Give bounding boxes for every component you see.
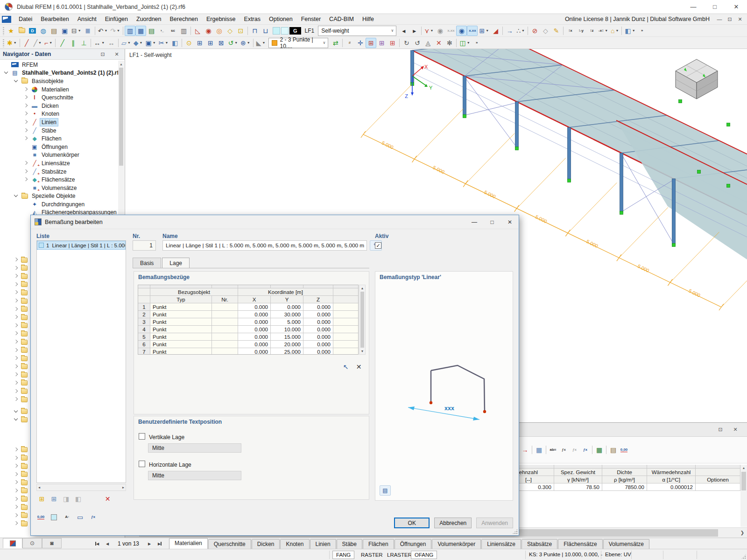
cell-y[interactable]: 5.000 <box>271 318 303 326</box>
chevron-right-icon[interactable] <box>23 177 29 182</box>
clear-rows-button[interactable]: ✕ <box>353 362 364 372</box>
values-off-button[interactable]: x.xx <box>445 26 456 36</box>
tree-item-rfem[interactable]: RFEM <box>0 61 118 69</box>
row-number[interactable]: 1 <box>138 303 150 311</box>
table-vscrollbar[interactable]: ▲ <box>740 465 747 527</box>
new-member-set-button[interactable]: ∥ <box>68 38 78 48</box>
list-import-button[interactable]: ◨ <box>61 494 71 504</box>
excel-export-button[interactable]: ▦ <box>594 445 605 455</box>
guideline-button[interactable]: ↺▼ <box>226 38 239 48</box>
print-button[interactable]: ⊟▼ <box>70 26 83 36</box>
cell-typ[interactable]: Punkt <box>150 333 212 341</box>
new-surface-button[interactable]: ▱▼ <box>120 38 132 48</box>
chevron-right-icon[interactable] <box>14 480 19 485</box>
chevron-right-icon[interactable] <box>14 521 19 526</box>
chevron-right-icon[interactable] <box>14 323 19 329</box>
navigator-data-tab[interactable] <box>3 538 22 548</box>
view-minus-y-button[interactable]: ↕-y <box>576 26 586 36</box>
console-button[interactable]: ›_ <box>157 26 168 36</box>
tree-item-linien[interactable]: ╱Linien <box>0 118 118 126</box>
preview-settings-button[interactable]: ▤ <box>380 485 391 496</box>
decimal-places-button[interactable]: 0,00 <box>35 512 46 522</box>
cell-y[interactable]: 30.000 <box>271 311 303 318</box>
references-table[interactable]: BezugsobjektKoordinate [m]TypNr.XYZ1Punk… <box>138 285 359 355</box>
panel-navigator-button[interactable]: ▥ <box>125 26 135 36</box>
nr-value-field[interactable]: 1 <box>133 240 156 251</box>
open-model-button[interactable] <box>16 26 27 36</box>
cell-y[interactable]: 25.000 <box>271 348 303 355</box>
scroll-left-icon[interactable]: ◂ <box>38 485 40 490</box>
scroll-thumb[interactable] <box>360 292 364 348</box>
tree-item-spezielle-objekte[interactable]: Spezielle Objekte <box>0 192 118 201</box>
table-view-button[interactable]: ▦ <box>534 445 544 455</box>
fx-view-button[interactable]: ƒx <box>580 445 591 455</box>
menu-datei[interactable]: Datei <box>14 14 36 24</box>
chevron-down-icon[interactable] <box>4 70 9 76</box>
new-model-button[interactable]: ★ <box>6 26 16 36</box>
new-line-button[interactable]: ╱ <box>21 38 32 48</box>
load-case-color-1[interactable] <box>273 27 280 35</box>
navigator-close-button[interactable]: ✕ <box>112 49 122 59</box>
row-number[interactable]: 7 <box>138 348 150 355</box>
new-cut-button[interactable]: ✂▼ <box>157 38 170 48</box>
tree-item-volumenk-rper[interactable]: ■Volumenkörper <box>0 151 118 160</box>
view-z-button[interactable]: ↕z <box>586 26 597 36</box>
scroll-up-icon[interactable]: ▲ <box>359 285 365 291</box>
cell-z[interactable]: 0.000 <box>303 303 333 311</box>
menu-fenster[interactable]: Fenster <box>297 14 325 24</box>
cell-z[interactable]: 0.000 <box>303 333 333 341</box>
cell-y[interactable]: 15.000 <box>271 333 303 341</box>
refs-table-scrollbar[interactable]: ▲ ▼ <box>359 285 366 355</box>
chevron-right-icon[interactable] <box>14 504 19 510</box>
ok-button[interactable]: OK <box>394 518 430 528</box>
dlubal-connect-button[interactable]: D <box>27 26 38 36</box>
table-tab-linienstze[interactable]: Liniensätze <box>481 539 521 549</box>
list-item-selected[interactable]: 1 Linear | Länge | Stil 1 | L : 5.000 m,… <box>37 241 126 250</box>
list-export-button[interactable]: ◧ <box>73 494 84 504</box>
table-display-button[interactable]: ▥ <box>178 26 189 36</box>
minimize-button[interactable]: — <box>683 0 704 14</box>
previous-record-button[interactable]: ◀ <box>103 539 112 548</box>
scroll-up-icon[interactable]: ▲ <box>118 61 124 67</box>
scroll-thumb[interactable] <box>119 68 123 166</box>
formula-settings-button[interactable]: ƒx <box>88 512 99 522</box>
menu-berechnen[interactable]: Berechnen <box>166 14 202 24</box>
save-data-button[interactable]: ▤ <box>49 26 59 36</box>
cell-z[interactable]: 0.000 <box>303 348 333 355</box>
chevron-down-icon[interactable] <box>14 193 19 199</box>
dialog-tab-basis[interactable]: Basis <box>133 258 161 268</box>
display-settings-button[interactable]: ✻ <box>444 38 455 48</box>
dialog-titlebar[interactable]: Bemaßung bearbeiten —□✕ <box>31 215 519 229</box>
cell-x[interactable]: 0.000 <box>238 303 271 311</box>
result-grid-button[interactable]: ⊞▼ <box>478 26 490 36</box>
chevron-right-icon[interactable] <box>23 136 29 141</box>
chevron-right-icon[interactable] <box>23 161 29 166</box>
line-on-surface-button[interactable]: ⊞ <box>194 38 205 48</box>
chevron-right-icon[interactable] <box>14 389 19 394</box>
spin-view-button[interactable]: ↺ <box>412 38 423 48</box>
chevron-right-icon[interactable] <box>14 298 19 304</box>
view-cube-button[interactable]: ◇ <box>540 26 551 36</box>
chevron-right-icon[interactable] <box>14 307 19 312</box>
story-frame-up-button[interactable]: ⊓ <box>249 26 260 36</box>
cell-x[interactable]: 0.000 <box>238 341 271 348</box>
more-insert-button[interactable]: » <box>472 38 482 48</box>
pick-objects-button[interactable]: ↖ <box>340 362 351 372</box>
filter-loads-button[interactable]: ⋎▼ <box>423 26 435 36</box>
horizontal-position-select[interactable]: Mitte <box>148 471 241 480</box>
chevron-right-icon[interactable] <box>23 119 29 125</box>
snap-toggle-raster[interactable]: RASTER <box>358 551 386 559</box>
table-tab-flchenstze[interactable]: Flächensätze <box>558 539 602 549</box>
aktiv-checkbox[interactable]: ✓ <box>375 242 381 249</box>
color-swatch-button[interactable] <box>49 512 59 522</box>
nodes-grid-button[interactable]: ⊠ <box>216 38 226 48</box>
chevron-right-icon[interactable] <box>14 273 19 279</box>
vertical-position-select[interactable]: Mitte <box>148 443 241 453</box>
cell-typ[interactable]: Punkt <box>150 311 212 318</box>
cell-nr[interactable] <box>212 341 238 348</box>
list-hscrollbar[interactable]: ◂ ▸ <box>36 484 126 491</box>
cell-x[interactable]: 0.000 <box>238 333 271 341</box>
chevron-right-icon[interactable] <box>14 497 19 502</box>
chevron-down-icon[interactable] <box>14 417 19 422</box>
chevron-right-icon[interactable] <box>14 455 19 461</box>
